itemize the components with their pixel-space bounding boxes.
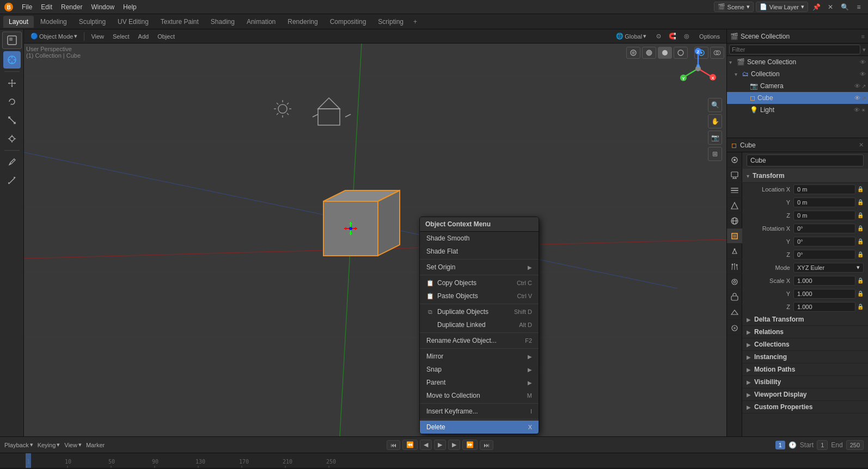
keying-dropdown[interactable]: Keying ▾ <box>38 441 60 448</box>
annotate-tool[interactable] <box>3 153 21 171</box>
camera-eye[interactable]: 👁 <box>854 83 860 89</box>
help-menu[interactable]: Help <box>120 2 140 12</box>
hand-pan-btn[interactable]: ✋ <box>708 114 722 128</box>
orthographic-btn[interactable]: ⊞ <box>708 147 722 161</box>
move-tool[interactable] <box>3 75 21 92</box>
location-x-lock[interactable]: 🔒 <box>857 186 864 192</box>
proportional-edit-btn[interactable]: ◎ <box>681 32 693 41</box>
outliner-search-input[interactable] <box>729 45 860 54</box>
shade-smooth-item[interactable]: Shade Smooth <box>420 232 539 245</box>
outliner-scene-collection[interactable]: ▾ 🎬 Scene Collection 👁 <box>727 56 868 68</box>
tab-rendering[interactable]: Rendering <box>282 16 323 28</box>
transform-tool[interactable] <box>3 130 21 147</box>
viewport[interactable]: User Perspective (1) Collection | Cube <box>24 44 726 436</box>
marker-dropdown[interactable]: Marker <box>86 442 105 448</box>
mirror-item[interactable]: Mirror ▶ <box>420 350 539 363</box>
scale-x-lock[interactable]: 🔒 <box>857 277 864 283</box>
add-workspace-button[interactable]: + <box>410 17 420 27</box>
tab-animation[interactable]: Animation <box>241 16 281 28</box>
scene-props-tab[interactable] <box>727 198 742 213</box>
custom-properties-section[interactable]: ▶ Custom Properties <box>742 401 868 414</box>
snap-btn[interactable]: 🧲 <box>665 32 680 41</box>
relations-section[interactable]: ▶ Relations <box>742 326 868 338</box>
select-btn[interactable]: Select <box>109 32 133 41</box>
parent-item[interactable]: Parent ▶ <box>420 376 539 389</box>
tab-texture-paint[interactable]: Texture Paint <box>155 16 204 28</box>
options-btn[interactable]: Options <box>696 32 723 41</box>
constraints-props-tab[interactable] <box>727 289 742 305</box>
rotation-z-lock[interactable]: 🔒 <box>857 251 864 257</box>
rotation-x-lock[interactable]: 🔒 <box>857 225 864 231</box>
viewport-display-section[interactable]: ▶ Viewport Display <box>742 388 868 401</box>
cursor-tool[interactable] <box>3 51 21 69</box>
set-origin-item[interactable]: Set Origin ▶ <box>420 261 539 274</box>
outliner-light[interactable]: ▶ 💡 Light 👁 ☀ <box>727 104 868 116</box>
viewport-gizmo[interactable]: Z X Y <box>676 47 720 90</box>
instancing-section[interactable]: ▶ Instancing <box>742 351 868 363</box>
rotation-x-value[interactable]: 0° <box>793 224 855 233</box>
start-frame-input[interactable]: 1 <box>817 440 828 450</box>
tab-layout[interactable]: Layout <box>3 16 34 28</box>
view-dropdown[interactable]: View ▾ <box>64 441 82 448</box>
next-keyframe-btn[interactable]: ⏩ <box>462 440 478 450</box>
world-props-tab[interactable] <box>727 213 742 229</box>
location-z-lock[interactable]: 🔒 <box>857 212 864 218</box>
scale-z-value[interactable]: 1.000 <box>793 302 855 312</box>
window-menu[interactable]: Window <box>88 2 118 12</box>
zoom-in-btn[interactable]: 🔍 <box>708 98 722 112</box>
scale-z-lock[interactable]: 🔒 <box>857 304 864 310</box>
scene-collection-eye[interactable]: 👁 <box>860 59 866 65</box>
tab-shading[interactable]: Shading <box>205 16 240 28</box>
objectdata-props-tab[interactable] <box>727 305 742 320</box>
delta-transform-section[interactable]: ▶ Delta Transform <box>742 313 868 326</box>
location-y-lock[interactable]: 🔒 <box>857 199 864 205</box>
playback-dropdown[interactable]: Playback ▾ <box>4 441 33 448</box>
location-y-value[interactable]: 0 m <box>793 198 855 207</box>
outliner-cube[interactable]: ▶ ◻ Cube 👁 ↗ <box>727 92 868 104</box>
timeline-numbers-row[interactable]: 1 10 50 90 130 170 210 250 <box>0 453 868 468</box>
rotation-y-value[interactable]: 0° <box>793 237 855 246</box>
scale-x-value[interactable]: 1.000 <box>793 276 855 286</box>
viewlayer-props-tab[interactable] <box>727 183 742 198</box>
modifier-props-tab[interactable] <box>727 244 742 259</box>
insert-keyframe-item[interactable]: Insert Keyframe... I <box>420 405 539 418</box>
render-menu[interactable]: Render <box>58 2 85 12</box>
filter-button[interactable]: ≡ <box>853 1 865 13</box>
physics-props-tab[interactable] <box>727 274 742 289</box>
rotation-z-value[interactable]: 0° <box>793 250 855 260</box>
paste-objects-item[interactable]: 📋 Paste Objects Ctrl V <box>420 289 539 303</box>
duplicate-linked-item[interactable]: Duplicate Linked Alt D <box>420 318 539 331</box>
close-workspace-button[interactable]: ✕ <box>824 1 836 13</box>
delete-item[interactable]: Delete X <box>420 421 539 434</box>
tab-scripting[interactable]: Scripting <box>372 16 409 28</box>
location-z-value[interactable]: 0 m <box>793 211 855 220</box>
props-close-icon[interactable]: ✕ <box>859 141 864 149</box>
object-btn[interactable]: Object <box>154 32 178 41</box>
tab-compositing[interactable]: Compositing <box>325 16 372 28</box>
light-eye[interactable]: 👁 <box>854 107 860 113</box>
collections-section[interactable]: ▶ Collections <box>742 338 868 351</box>
camera-view-btn[interactable]: 📷 <box>708 131 722 145</box>
add-btn[interactable]: Add <box>135 32 152 41</box>
object-props-tab[interactable] <box>727 229 742 244</box>
rotate-tool[interactable] <box>3 93 21 110</box>
collection-eye[interactable]: 👁 <box>860 71 866 77</box>
jump-start-btn[interactable]: ⏮ <box>387 440 400 450</box>
viewport-shading-material[interactable] <box>642 47 656 59</box>
shade-flat-item[interactable]: Shade Flat <box>420 245 539 258</box>
rotation-mode-select[interactable]: XYZ Euler ▾ <box>793 263 864 273</box>
render-props-tab[interactable] <box>727 152 742 168</box>
play-btn[interactable]: ▶ <box>434 440 446 450</box>
pin-button[interactable]: 📌 <box>810 1 822 13</box>
select-box-tool[interactable] <box>2 32 22 49</box>
file-menu[interactable]: File <box>19 2 35 12</box>
next-frame-btn[interactable]: ▶ <box>448 440 460 450</box>
current-frame-display[interactable]: 1 <box>775 441 785 449</box>
visibility-section[interactable]: ▶ Visibility <box>742 376 868 388</box>
transform-space-btn[interactable]: 🌐 Global ▾ <box>613 32 650 41</box>
scale-y-lock[interactable]: 🔒 <box>857 291 864 297</box>
rename-object-item[interactable]: Rename Active Object... F2 <box>420 334 539 347</box>
viewport-shading-solid[interactable] <box>658 47 672 59</box>
tab-modeling[interactable]: Modeling <box>35 16 72 28</box>
view-btn[interactable]: View <box>88 32 107 41</box>
